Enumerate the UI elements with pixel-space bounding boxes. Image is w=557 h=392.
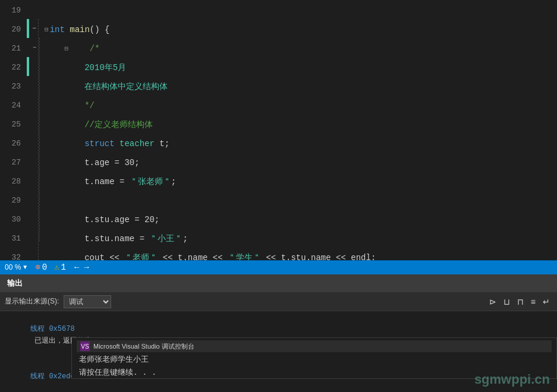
zoom-value: 00 % <box>5 263 21 271</box>
error-circle-icon: ⊗ <box>35 262 40 272</box>
debug-console-titlebar: VS Microsoft Visual Studio 调试控制台 <box>77 340 552 352</box>
toolbar-icon-4[interactable]: ≡ <box>528 296 538 308</box>
watermark: sgmwppi.cn <box>474 372 550 387</box>
line-num-29: 29 <box>5 191 21 210</box>
code-line-23: 在结构体中定义结构体 <box>40 77 557 96</box>
line-num-30: 30 <box>5 210 21 229</box>
warning-count: 1 <box>61 263 66 272</box>
code-line-24: */ <box>40 96 557 115</box>
indent-guide-2 <box>39 0 40 260</box>
output-panel: 输出 显示输出来源(S): 调试 ⊳ ⊔ ⊓ ≡ ↵ 线程 0x5678 已退出… <box>0 273 557 379</box>
gutter-31 <box>27 228 37 247</box>
warning-badge[interactable]: ⚠ 1 <box>54 262 66 272</box>
line-num-24: 24 <box>5 96 21 115</box>
nav-right-arrow[interactable]: → <box>83 263 90 272</box>
debug-console-title-text: Microsoft Visual Studio 调试控制台 <box>93 342 194 351</box>
output-header: 输出 <box>0 274 557 292</box>
nav-arrows: ← → <box>73 263 90 272</box>
gutter-24 <box>27 95 37 114</box>
line-numbers: 19 20 21 22 23 24 25 26 27 28 29 30 31 3… <box>0 0 27 260</box>
debug-output-line-1: 老师张老师学生小王 <box>79 353 549 366</box>
error-count: 0 <box>42 263 47 272</box>
code-line-27: t.age = 30; <box>40 153 557 172</box>
line-num-25: 25 <box>5 115 21 134</box>
status-bar: 00 % ▼ ⊗ 0 ⚠ 1 ← → <box>0 260 557 273</box>
code-container: 19 20 21 22 23 24 25 26 27 28 29 30 31 3… <box>0 0 557 260</box>
editor-area: 19 20 21 22 23 24 25 26 27 28 29 30 31 3… <box>0 0 557 273</box>
source-label: 显示输出来源(S): <box>5 296 59 306</box>
line-num-22: 22 <box>5 58 21 77</box>
gutter-strip: − − <box>27 0 37 260</box>
gutter-21: − <box>27 38 37 57</box>
zoom-dropdown-icon[interactable]: ▼ <box>22 264 28 270</box>
gutter-23 <box>27 76 37 95</box>
gutter-27 <box>27 152 37 171</box>
zoom-control[interactable]: 00 % ▼ <box>5 263 28 271</box>
code-line-25: //定义老师结构体 <box>40 115 557 134</box>
warning-triangle-icon: ⚠ <box>54 262 59 272</box>
gutter-29 <box>27 190 37 209</box>
line-num-19: 19 <box>5 1 21 20</box>
gutter-26 <box>27 133 37 152</box>
collapse-21[interactable]: − <box>33 45 36 51</box>
gutter-28 <box>27 171 37 190</box>
toolbar-icon-2[interactable]: ⊔ <box>501 296 512 308</box>
code-line-29 <box>40 191 557 210</box>
line-num-26: 26 <box>5 134 21 153</box>
output-content: 线程 0x5678 已退出，返回值为 0 (0x0)。 线程 0x2edc 已退… <box>0 311 557 379</box>
line-num-21: 21 <box>5 39 21 58</box>
gutter-30 <box>27 209 37 228</box>
output-title: 输出 <box>7 278 23 289</box>
vs-icon: VS <box>80 342 90 351</box>
output-toolbar: 显示输出来源(S): 调试 ⊳ ⊔ ⊓ ≡ ↵ <box>0 292 557 311</box>
code-line-26: struct teacher t; <box>40 134 557 153</box>
code-line-19 <box>40 1 557 20</box>
collapse-icon-20[interactable]: ⊟ <box>45 20 49 39</box>
code-line-22: 2010年5月 <box>40 58 557 77</box>
toolbar-icons: ⊳ ⊔ ⊓ ≡ ↵ <box>487 296 552 308</box>
source-select[interactable]: 调试 <box>64 295 111 308</box>
code-line-28: t.name = ＂张老师＂ ; <box>40 172 557 191</box>
nav-left-arrow[interactable]: ← <box>73 263 80 272</box>
error-badge[interactable]: ⊗ 0 <box>35 262 47 272</box>
code-line-31: t.stu.name = ＂小王＂ ; <box>40 229 557 248</box>
collapse-20[interactable]: − <box>32 25 36 32</box>
gutter-22 <box>27 57 37 76</box>
code-line-21: ⊟ /* <box>40 39 557 58</box>
toolbar-icon-5[interactable]: ↵ <box>540 296 552 308</box>
line-num-32: 32 <box>5 248 21 260</box>
code-line-30: t.stu.age = 20; <box>40 210 557 229</box>
line-num-31: 31 <box>5 229 21 248</box>
code-lines: ⊟ int main () { ⊟ /* 2010年5月 <box>40 0 557 260</box>
collapse-icon-21[interactable]: ⊟ <box>65 39 69 58</box>
gutter-19 <box>27 0 37 19</box>
toolbar-icon-3[interactable]: ⊓ <box>515 296 526 308</box>
code-line-20: ⊟ int main () { <box>40 20 557 39</box>
line-num-27: 27 <box>5 153 21 172</box>
gutter-25 <box>27 114 37 133</box>
toolbar-icon-1[interactable]: ⊳ <box>487 296 499 308</box>
code-line-32: cout << ＂老师＂ << t.name << ＂学生＂ << t.stu.… <box>40 248 557 260</box>
gutter-32 <box>27 247 37 260</box>
line-num-28: 28 <box>5 172 21 191</box>
gutter-20: − <box>27 19 37 38</box>
line-num-20: 20 <box>5 20 21 39</box>
line-num-23: 23 <box>5 77 21 96</box>
